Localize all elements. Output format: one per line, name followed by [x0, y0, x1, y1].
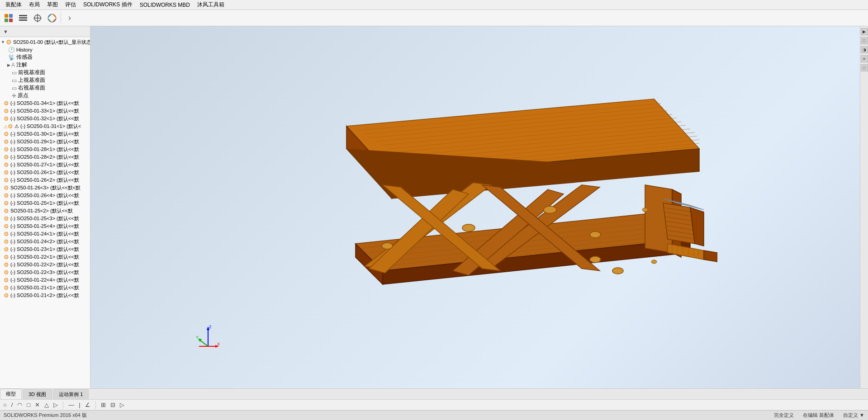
- toolbar-crosshair-btn[interactable]: [31, 11, 44, 25]
- tree-component-item[interactable]: ⚙(-) SO250-01-32<1> (默认<<默: [0, 115, 90, 123]
- component-icon: ⚠⚙: [4, 123, 13, 130]
- tree-item-sensors[interactable]: 📡 传感器: [0, 53, 90, 61]
- component-label: (-) SO250-01-21<1> (默认<<默: [10, 284, 79, 291]
- rsb-btn-3[interactable]: ◑: [861, 46, 868, 53]
- svg-point-70: [651, 260, 657, 264]
- sketch-arc-btn[interactable]: ◠: [16, 401, 24, 409]
- component-icon: ⚙: [4, 138, 9, 145]
- tree-component-item[interactable]: ⚙(-) SO250-01-22<3> (默认<<默: [0, 269, 90, 276]
- toolbar-more-btn[interactable]: ›: [63, 11, 76, 25]
- tree-item-right-plane[interactable]: ▭ 右视基准面: [0, 84, 90, 92]
- tree-component-item[interactable]: ⚠⚙⚠ (-) SO250-01-31<1> (默认<: [0, 123, 90, 130]
- feature-tree-panel: ▼ ▼ ⚙ SO250-01-00 (默认<默认_显示状态- 🕐 History…: [0, 26, 90, 388]
- sensors-icon: 📡: [8, 54, 15, 61]
- component-label: SO250-01-25<2> (默认<<默: [10, 208, 73, 214]
- tree-component-item[interactable]: ⚙(-) SO250-01-27<1> (默认<<默: [0, 161, 90, 169]
- tree-item-front-plane[interactable]: ▭ 前视基准面: [0, 69, 90, 76]
- sketch-grid-btn[interactable]: ⊞: [100, 401, 107, 409]
- sketch-angle-btn[interactable]: ∠: [84, 401, 92, 409]
- sketch-circle-btn[interactable]: ○: [2, 401, 8, 409]
- customize-status[interactable]: 自定义 ▼: [843, 412, 864, 419]
- feature-tree[interactable]: ▼ ⚙ SO250-01-00 (默认<默认_显示状态- 🕐 History 📡…: [0, 37, 90, 388]
- svg-rect-2: [5, 19, 8, 22]
- tree-component-item[interactable]: ⚙(-) SO250-01-26<4> (默认<<默: [0, 192, 90, 199]
- root-node-label: SO250-01-00 (默认<默认_显示状态-: [13, 39, 90, 46]
- tree-component-item[interactable]: ⚙(-) SO250-01-21<1> (默认<<默: [0, 284, 90, 292]
- menubar: 装配体 布局 草图 评估 SOLIDWORKS 插件 SOLIDWORKS MB…: [0, 0, 868, 10]
- component-label: ⚠ (-) SO250-01-31<1> (默认<: [14, 123, 81, 130]
- tree-item-annotations[interactable]: ▶ A 注解: [0, 61, 90, 69]
- tree-root-node[interactable]: ▼ ⚙ SO250-01-00 (默认<默认_显示状态-: [0, 38, 90, 46]
- fully-defined-status: 完全定义: [774, 412, 794, 419]
- history-icon: 🕐: [8, 47, 15, 53]
- tree-component-item[interactable]: ⚙(-) SO250-01-23<1> (默认<<默: [0, 245, 90, 253]
- tab-model[interactable]: 模型: [0, 389, 22, 399]
- sketch-more-btn[interactable]: ▷: [52, 401, 59, 409]
- tree-component-item[interactable]: ⚙SO250-01-25<2> (默认<<默: [0, 207, 90, 215]
- toolbar-assembly-btn[interactable]: [2, 11, 15, 25]
- menu-evaluate[interactable]: 评估: [62, 0, 80, 9]
- menu-layout[interactable]: 布局: [25, 0, 43, 9]
- component-icon: ⚙: [4, 100, 9, 107]
- component-icon: ⚙: [4, 115, 9, 122]
- tree-component-item[interactable]: ⚙(-) SO250-01-28<2> (默认<<默: [0, 153, 90, 161]
- btoolbar-sep1: [63, 401, 63, 409]
- tree-item-top-plane[interactable]: ▭ 上视基准面: [0, 76, 90, 84]
- statusbar-right: 完全定义 在编辑 装配体 自定义 ▼: [774, 412, 864, 419]
- component-label: (-) SO250-01-21<2> (默认<<默: [10, 292, 79, 299]
- tree-component-item[interactable]: ⚙(-) SO250-01-22<1> (默认<<默: [0, 253, 90, 261]
- tree-component-item[interactable]: ⚙(-) SO250-01-26<2> (默认<<默: [0, 176, 90, 184]
- tree-component-item[interactable]: ⚙(-) SO250-01-22<4> (默认<<默: [0, 276, 90, 284]
- tree-item-origin[interactable]: ✛ 原点: [0, 92, 90, 99]
- tree-component-item[interactable]: ⚙(-) SO250-01-28<1> (默认<<默: [0, 146, 90, 153]
- menu-assembly[interactable]: 装配体: [2, 0, 25, 9]
- tab-motion[interactable]: 运动算例 1: [53, 389, 89, 399]
- tree-component-item[interactable]: ⚙(-) SO250-01-22<2> (默认<<默: [0, 261, 90, 269]
- sketch-vline-btn[interactable]: |: [77, 401, 81, 409]
- sketch-triangle2-btn[interactable]: ▷: [119, 401, 126, 409]
- sketch-line-btn[interactable]: /: [10, 401, 14, 409]
- tab-3d-view[interactable]: 3D 视图: [23, 389, 52, 399]
- tree-component-item[interactable]: ⚙(-) SO250-01-33<1> (默认<<默: [0, 107, 90, 115]
- rsb-btn-2[interactable]: □: [861, 37, 868, 44]
- sketch-hline-btn[interactable]: —: [67, 401, 76, 409]
- filter-btn[interactable]: ▼: [2, 28, 9, 35]
- rsb-btn-1[interactable]: ▶: [861, 28, 868, 35]
- tree-component-item[interactable]: ⚙(-) SO250-01-25<4> (默认<<默: [0, 222, 90, 230]
- component-list: ⚙(-) SO250-01-34<1> (默认<<默⚙(-) SO250-01-…: [0, 99, 90, 299]
- tree-component-item[interactable]: ⚙SO250-01-26<3> (默认<<默<默: [0, 184, 90, 192]
- rsb-btn-5[interactable]: □: [861, 64, 868, 71]
- tree-component-item[interactable]: ⚙(-) SO250-01-25<1> (默认<<默: [0, 199, 90, 207]
- component-label: (-) SO250-01-26<4> (默认<<默: [10, 192, 79, 199]
- tree-component-item[interactable]: ⚙(-) SO250-01-25<3> (默认<<默: [0, 215, 90, 222]
- sw-version-label: SOLIDWORKS Premium 2016 x64 版: [4, 412, 765, 419]
- menu-sketch[interactable]: 草图: [43, 0, 62, 9]
- sketch-table-btn[interactable]: ⊟: [109, 401, 117, 409]
- expand-arrow-root: ▼: [1, 40, 5, 44]
- tree-component-item[interactable]: ⚙(-) SO250-01-30<1> (默认<<默: [0, 130, 90, 138]
- component-label: (-) SO250-01-27<1> (默认<<默: [10, 161, 79, 168]
- toolbar-list-btn[interactable]: [16, 11, 30, 25]
- component-label: (-) SO250-01-25<3> (默认<<默: [10, 215, 79, 222]
- component-icon: ⚙: [4, 254, 9, 260]
- history-label: History: [16, 47, 33, 52]
- tree-component-item[interactable]: ⚙(-) SO250-01-21<2> (默认<<默: [0, 292, 90, 299]
- menu-sw-mbd[interactable]: SOLIDWORKS MBD: [136, 1, 194, 9]
- tree-component-item[interactable]: ⚙(-) SO250-01-24<2> (默认<<默: [0, 238, 90, 245]
- sketch-x-btn[interactable]: ✕: [33, 401, 41, 409]
- 3d-viewport[interactable]: Z X Y: [90, 26, 860, 388]
- tree-component-item[interactable]: ⚙(-) SO250-01-24<1> (默认<<默: [0, 230, 90, 238]
- rsb-btn-4[interactable]: ≡: [861, 55, 868, 62]
- menu-sw-plugins[interactable]: SOLIDWORKS 插件: [80, 0, 136, 9]
- toolbar-color-btn[interactable]: [45, 11, 59, 25]
- sketch-triangle-btn[interactable]: △: [43, 401, 50, 409]
- svg-point-44: [544, 206, 556, 213]
- tree-component-item[interactable]: ⚙(-) SO250-01-34<1> (默认<<默: [0, 99, 90, 107]
- sketch-rect-btn[interactable]: □: [25, 401, 32, 409]
- tree-item-history[interactable]: 🕐 History: [0, 46, 90, 53]
- svg-point-43: [462, 224, 475, 231]
- menu-mufeng[interactable]: 沐风工具箱: [194, 0, 228, 9]
- tree-component-item[interactable]: ⚙(-) SO250-01-26<1> (默认<<默: [0, 169, 90, 176]
- component-icon: ⚙: [4, 131, 9, 137]
- tree-component-item[interactable]: ⚙(-) SO250-01-29<1> (默认<<默: [0, 138, 90, 146]
